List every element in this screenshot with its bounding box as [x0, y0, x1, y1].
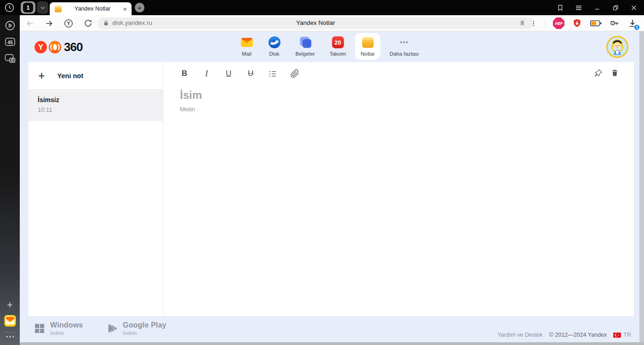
adblock-plus-icon[interactable]: ABP — [553, 17, 564, 29]
avatar-girl-illustration — [608, 37, 627, 57]
page-title: Yandex Notlar — [98, 19, 534, 26]
nav-label: Notlar — [361, 51, 375, 57]
yandex360-header: Y 360 — [20, 31, 639, 62]
nav-label: Disk — [269, 51, 279, 57]
nav-item-disk[interactable]: Disk — [262, 33, 286, 60]
back-icon[interactable] — [24, 18, 35, 29]
logo-360-text: 360 — [64, 40, 82, 54]
page-scrollbar[interactable] — [639, 31, 644, 342]
notes-list-panel: + Yeni not İsimsiz 10:11 — [29, 62, 163, 316]
attach-file-button[interactable] — [290, 68, 299, 79]
tab-counter-button[interactable]: 1 — [21, 1, 35, 14]
history-clock-icon[interactable] — [4, 2, 15, 13]
url-field[interactable]: disk.yandex.ru Yandex Notlar — [98, 17, 534, 29]
notes-icon — [362, 36, 374, 49]
page-footer: Windows İndirin Google Play İndirin Yard… — [20, 316, 639, 342]
browser-sidebar: 45 + — [0, 15, 20, 345]
battery-icon[interactable] — [590, 19, 602, 27]
restore-window-icon[interactable] — [611, 4, 620, 12]
store-title: Windows — [50, 321, 83, 329]
strikethrough-button[interactable]: U — [246, 68, 255, 79]
nav-item-daha-fazlasi[interactable]: ••• Daha fazlası — [384, 33, 425, 60]
tab-close-icon[interactable]: × — [123, 6, 127, 12]
store-subtitle: İndirin — [50, 330, 83, 336]
documents-icon — [299, 36, 311, 49]
tabs-count-badge[interactable]: 45 — [4, 36, 16, 47]
disk-icon — [268, 36, 281, 49]
locale-label: TR — [623, 332, 631, 338]
note-timestamp: 10:11 — [38, 106, 154, 113]
calendar-day-badge: 20 — [332, 36, 344, 48]
delete-note-button[interactable] — [610, 69, 619, 78]
note-title: İsimsiz — [38, 96, 154, 104]
yandex360-logo[interactable]: Y 360 — [34, 40, 82, 54]
windows-download-link[interactable]: Windows İndirin — [34, 321, 83, 336]
nav-item-notlar[interactable]: Notlar — [355, 33, 380, 60]
nav-item-belgeler[interactable]: Belgeler — [290, 33, 320, 60]
video-play-icon[interactable] — [4, 20, 16, 31]
google-play-logo-icon — [107, 323, 117, 334]
notes-app-content: + Yeni not İsimsiz 10:11 B I U U — [29, 62, 634, 316]
tab-list-chevron-button[interactable] — [37, 1, 48, 14]
nav-label: Takvim — [329, 51, 346, 57]
360-circle-icon — [49, 41, 61, 53]
windows-logo-icon — [34, 323, 45, 334]
downloads-icon[interactable]: 1 — [627, 18, 638, 29]
note-title-placeholder[interactable]: İsim — [180, 89, 634, 102]
more-dots-icon: ••• — [398, 36, 411, 49]
copyright-text: © 2012—2024 Yandex — [549, 332, 607, 338]
new-note-label: Yeni not — [58, 72, 83, 80]
browser-tab[interactable]: Yandex Notlar × — [50, 2, 132, 15]
address-bar: disk.yandex.ru Yandex Notlar ABP 1 — [20, 15, 644, 31]
nav-label: Mail — [242, 51, 252, 57]
tab-title: Yandex Notlar — [62, 6, 123, 12]
turkey-flag-icon — [613, 333, 621, 338]
language-selector[interactable]: TR — [613, 332, 631, 338]
browser-menu-icon[interactable] — [575, 4, 583, 12]
bookmark-flag-icon[interactable] — [518, 19, 526, 27]
bullet-list-button[interactable] — [268, 68, 277, 79]
nav-label: Daha fazlası — [390, 51, 419, 57]
new-note-button[interactable]: + Yeni not — [29, 62, 163, 90]
sidebar-more-icon[interactable] — [5, 334, 16, 339]
divider — [545, 20, 546, 27]
yandex-services-icon[interactable] — [63, 18, 74, 29]
reload-icon[interactable] — [82, 18, 93, 29]
user-avatar[interactable] — [606, 36, 628, 58]
plus-icon: + — [38, 70, 45, 81]
nav-item-mail[interactable]: Mail — [235, 33, 259, 60]
password-key-icon[interactable] — [610, 18, 620, 29]
store-subtitle: İndirin — [123, 330, 167, 336]
extensions-menu-icon[interactable] — [529, 19, 538, 28]
help-support-link[interactable]: Yardım ve Destek — [497, 332, 542, 338]
minimize-window-icon[interactable] — [593, 4, 601, 12]
google-play-download-link[interactable]: Google Play İndirin — [107, 321, 167, 336]
bold-button[interactable]: B — [180, 68, 189, 79]
sidebar-add-icon[interactable]: + — [7, 299, 13, 311]
bookmarks-panel-icon[interactable] — [556, 4, 564, 12]
protect-shield-icon[interactable] — [572, 18, 582, 29]
mail-icon — [240, 36, 253, 49]
editor-toolbar: B I U U — [163, 62, 634, 79]
forward-icon[interactable] — [44, 18, 55, 29]
note-editor: B I U U İsim Metin — [163, 62, 634, 316]
nav-item-takvim[interactable]: 20 Takvim — [324, 33, 351, 60]
yandex-mail-app-icon[interactable] — [4, 315, 16, 327]
svg-text:45: 45 — [7, 40, 13, 45]
pin-note-button[interactable] — [594, 69, 603, 78]
yandex-y-logo-icon: Y — [34, 41, 47, 53]
window-title-bar: 1 Yandex Notlar × + — [0, 0, 644, 15]
tab-favicon-note-icon — [54, 5, 62, 13]
download-count-badge: 1 — [634, 24, 640, 30]
note-body-placeholder[interactable]: Metin — [180, 106, 634, 113]
new-tab-button[interactable]: + — [135, 3, 144, 12]
store-title: Google Play — [123, 321, 167, 329]
screenshot-camera-icon[interactable] — [4, 53, 16, 64]
underline-button[interactable]: U — [224, 68, 233, 79]
divider — [5, 332, 15, 333]
italic-button[interactable]: I — [202, 68, 211, 79]
web-page: Y 360 — [20, 31, 644, 345]
note-list-item[interactable]: İsimsiz 10:11 — [29, 90, 163, 121]
close-window-icon[interactable] — [630, 4, 638, 12]
nav-label: Belgeler — [295, 51, 315, 57]
